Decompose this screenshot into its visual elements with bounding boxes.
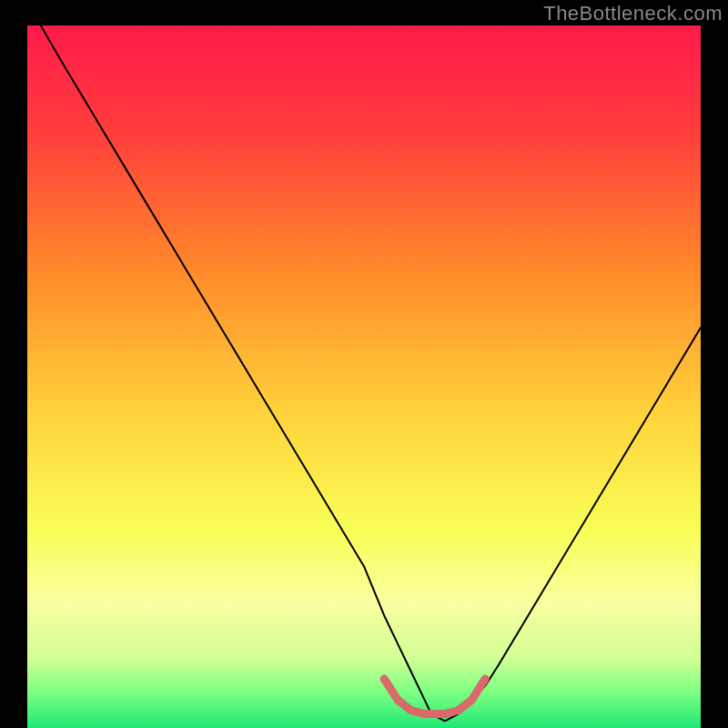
watermark-label: TheBottleneck.com bbox=[543, 2, 723, 25]
bottleneck-chart bbox=[0, 0, 728, 728]
gradient-background bbox=[27, 25, 701, 728]
chart-frame: TheBottleneck.com bbox=[0, 0, 728, 728]
